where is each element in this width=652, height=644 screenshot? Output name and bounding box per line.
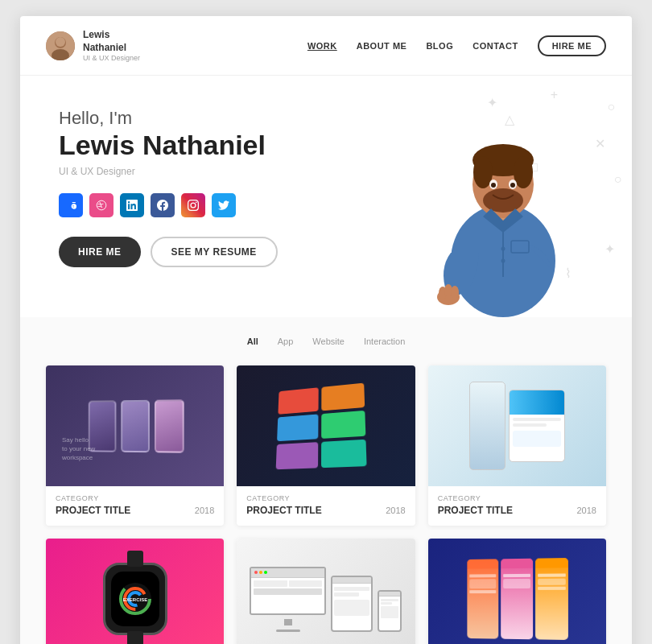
nav-work[interactable]: WORK	[307, 41, 337, 51]
portfolio-title-3: PROJECT TITLE	[438, 505, 513, 516]
portfolio-row-3: PROJECT TITLE 2018	[438, 505, 596, 516]
svg-point-12	[489, 180, 497, 189]
facebook-icon[interactable]	[151, 193, 175, 217]
portfolio-image-3	[428, 365, 606, 486]
portfolio-category-1: CATEGORY	[56, 494, 214, 502]
portfolio-row-2: PROJECT TITLE 2018	[246, 505, 405, 516]
nav-blog[interactable]: BLOG	[426, 41, 453, 51]
dribbble-icon[interactable]	[89, 193, 113, 217]
scatter-shape-5: ○	[614, 172, 622, 187]
filter-app[interactable]: App	[278, 333, 294, 349]
hero-person-image	[415, 92, 592, 317]
portfolio-year-2: 2018	[386, 506, 405, 515]
portfolio-info-3: CATEGORY PROJECT TITLE 2018	[428, 486, 606, 526]
hire-me-hero-button[interactable]: HIRE ME	[59, 237, 141, 267]
scatter-shape-8: +	[497, 230, 504, 245]
portfolio-category-2: CATEGORY	[246, 494, 405, 502]
behance-icon[interactable]	[59, 193, 83, 217]
brand-name: LewisNathaniel	[83, 29, 140, 54]
svg-point-5	[451, 204, 555, 317]
svg-point-11	[483, 188, 523, 213]
filter-interaction[interactable]: Interaction	[364, 333, 405, 349]
page-wrapper: LewisNathaniel UI & UX Designer WORK ABO…	[20, 16, 632, 644]
scatter-shape-7: ⌇	[565, 266, 572, 281]
portfolio-item-3[interactable]: CATEGORY PROJECT TITLE 2018	[428, 365, 606, 526]
avatar-image	[46, 31, 75, 60]
nav-contact[interactable]: CONTACT	[472, 41, 518, 51]
portfolio-image-6	[428, 539, 606, 644]
hero-greeting: Hello, I'm	[59, 108, 332, 129]
main-nav: WORK ABOUT ME BLOG CONTACT HIRE ME	[307, 35, 606, 56]
svg-point-7	[472, 151, 534, 218]
scatter-shape-9: □	[530, 160, 538, 175]
nav-about[interactable]: ABOUT ME	[357, 41, 407, 51]
hero-image-area: ○ + △ ✕ ○ ✦ ⌇ + □ ✦	[295, 76, 632, 317]
svg-rect-6	[495, 200, 511, 221]
svg-point-19	[451, 286, 459, 299]
svg-point-14	[491, 183, 496, 188]
scatter-shape-1: ○	[607, 100, 615, 114]
svg-point-10	[514, 156, 533, 188]
linkedin-icon[interactable]	[120, 193, 144, 217]
portfolio-title-1: PROJECT TITLE	[56, 505, 130, 516]
twitter-icon[interactable]	[212, 193, 236, 217]
hero-name: Lewis Nathaniel	[59, 130, 332, 160]
header: LewisNathaniel UI & UX Designer WORK ABO…	[20, 16, 632, 76]
portfolio-grid: Say hello to your new workspace CATEGORY…	[46, 365, 606, 644]
svg-point-8	[472, 144, 534, 176]
logo-area: LewisNathaniel UI & UX Designer	[46, 29, 140, 62]
portfolio-info-2: CATEGORY PROJECT TITLE 2018	[237, 486, 415, 526]
portfolio-image-5	[237, 539, 415, 644]
scatter-shape-10: ✦	[487, 95, 497, 110]
svg-point-18	[444, 284, 452, 297]
portfolio-info-1: CATEGORY PROJECT TITLE 2018	[46, 486, 224, 526]
hire-me-nav-button[interactable]: HIRE ME	[538, 35, 606, 56]
portfolio-item-5[interactable]: CATEGORY PROJECT TITLE 2018	[237, 539, 415, 644]
filter-tabs: All App Website Interaction	[46, 333, 606, 349]
filter-website[interactable]: Website	[312, 333, 345, 349]
social-icons	[59, 193, 332, 217]
scatter-shape-2: +	[551, 88, 558, 102]
hero-content: Hello, I'm Lewis Nathaniel UI & UX Desig…	[59, 108, 332, 266]
hero-section: Hello, I'm Lewis Nathaniel UI & UX Desig…	[20, 76, 632, 317]
mock-phones-1	[88, 399, 184, 452]
svg-point-9	[473, 156, 493, 188]
scatter-shape-4: ✕	[595, 136, 605, 151]
portfolio-year-1: 2018	[195, 506, 214, 515]
svg-point-16	[437, 289, 460, 305]
svg-point-23	[501, 259, 506, 263]
svg-point-17	[439, 287, 447, 299]
filter-all[interactable]: All	[247, 333, 258, 349]
svg-point-15	[510, 183, 515, 188]
portfolio-item-4[interactable]: EXERCISE CATEGORY PROJECT TITLE 2018	[46, 539, 224, 644]
brand-subtitle: UI & UX Designer	[83, 54, 140, 62]
portfolio-item-1[interactable]: Say hello to your new workspace CATEGORY…	[46, 365, 224, 526]
scatter-shape-6: ✦	[605, 242, 615, 257]
portfolio-year-3: 2018	[577, 506, 596, 515]
scatter-shape-3: △	[505, 112, 514, 127]
see-resume-button[interactable]: SEE MY RESUME	[151, 237, 278, 267]
portfolio-item-2[interactable]: CATEGORY PROJECT TITLE 2018	[237, 365, 415, 526]
portfolio-image-1: Say hello to your new workspace	[46, 365, 224, 486]
svg-point-3	[56, 37, 65, 47]
instagram-icon[interactable]	[181, 193, 205, 217]
portfolio-image-2	[237, 365, 415, 486]
hero-role: UI & UX Designer	[59, 166, 332, 177]
portfolio-item-6[interactable]: CATEGORY PROJECT TITLE 2018	[428, 539, 606, 644]
portfolio-category-3: CATEGORY	[438, 494, 596, 502]
svg-text:EXERCISE: EXERCISE	[122, 597, 146, 602]
svg-point-13	[509, 180, 517, 189]
hero-buttons: HIRE ME SEE MY RESUME	[59, 237, 332, 267]
portfolio-section: All App Website Interaction Say hello to…	[20, 317, 632, 644]
mock-watch-4: EXERCISE	[103, 563, 167, 635]
mock-responsive-5	[250, 567, 402, 632]
avatar	[46, 31, 75, 60]
portfolio-row-1: PROJECT TITLE 2018	[56, 505, 214, 516]
mock-cards-2	[276, 382, 381, 469]
mock-screens-3	[469, 382, 565, 470]
svg-point-22	[501, 247, 506, 251]
watch-screen: EXERCISE	[111, 572, 159, 626]
svg-rect-21	[511, 241, 529, 253]
mock-multi-6	[468, 558, 569, 640]
portfolio-title-2: PROJECT TITLE	[246, 505, 321, 516]
